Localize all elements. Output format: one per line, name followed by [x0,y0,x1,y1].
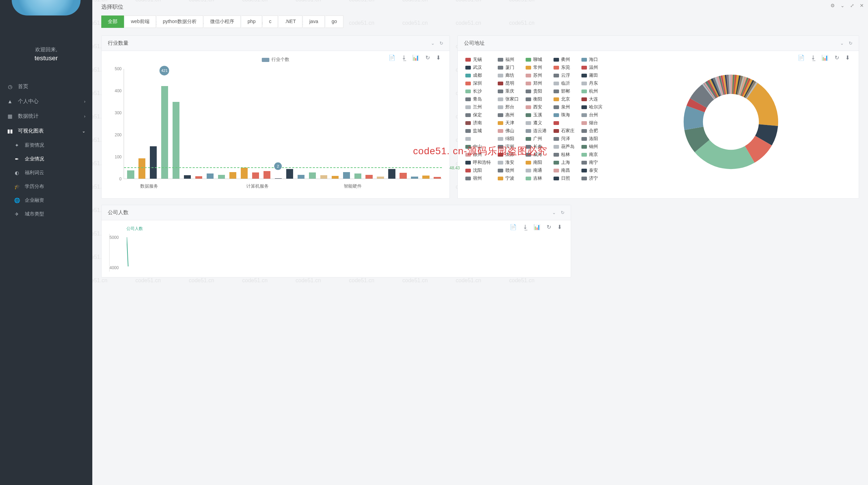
bar[interactable] [365,175,372,179]
bar[interactable] [138,158,145,179]
legend-item-济宁[interactable]: 济宁 [581,175,602,181]
legend-item-哈尔滨[interactable]: 哈尔滨 [581,104,602,110]
legend-item-丹东[interactable]: 丹东 [581,80,602,86]
legend-item-临沂[interactable]: 临沂 [554,80,575,86]
bar[interactable] [275,178,282,179]
legend-item-桂林[interactable]: 桂林 [554,151,575,158]
legend-item-南阳[interactable]: 南阳 [526,159,547,166]
bar-toggle-icon[interactable]: 📊 [534,224,540,230]
legend-item-苏州[interactable]: 苏州 [526,72,547,78]
legend-item-南京[interactable]: 南京 [581,151,602,158]
bar[interactable] [298,175,304,179]
bar[interactable] [195,176,202,179]
bar[interactable] [320,175,327,179]
nav-item-数据统计[interactable]: ▦数据统计› [0,109,92,124]
bar[interactable] [354,173,361,179]
legend-item-温州[interactable]: 温州 [581,64,602,71]
legend-item-泉州[interactable]: 泉州 [554,104,575,110]
bar[interactable] [252,172,259,179]
bar[interactable] [229,172,236,179]
legend-item-葫芦岛[interactable]: 葫芦岛 [554,144,575,150]
legend-item-呼和浩特[interactable]: 呼和浩特 [465,159,491,166]
download-icon[interactable]: ⬇ [436,54,441,61]
legend-item-大连[interactable]: 大连 [581,96,602,102]
legend-item-衡阳[interactable]: 衡阳 [526,96,547,102]
download-icon[interactable]: ⬇ [845,54,850,61]
sub-item-福利词云[interactable]: ◐福利词云 [0,166,92,180]
legend-item-聊城[interactable]: 聊城 [526,56,547,63]
legend-item-常州[interactable]: 常州 [526,64,547,71]
collapse-icon[interactable]: ⌄ [552,210,556,215]
legend-item-惠州[interactable]: 惠州 [498,112,519,118]
sub-item-企业融资[interactable]: 🌐企业融资 [0,193,92,207]
legend-item-遵义[interactable]: 遵义 [526,120,547,126]
legend-item-天津[interactable]: 天津 [498,120,519,126]
nav-item-首页[interactable]: ◷首页 [0,79,92,94]
legend-item-菏泽[interactable]: 菏泽 [554,136,575,142]
legend-item-上海[interactable]: 上海 [554,159,575,166]
refresh-icon[interactable]: ↻ [561,210,565,215]
collapse-icon[interactable]: ⌄ [840,41,844,46]
data-view-icon[interactable]: 📄 [510,224,517,230]
legend-item-郑州[interactable]: 郑州 [526,80,547,86]
job-tab-php[interactable]: php [241,15,262,28]
legend-item-武汉[interactable]: 武汉 [465,64,491,71]
sub-item-薪资情况[interactable]: ✦薪资情况 [0,138,92,152]
legend-item-莆田[interactable]: 莆田 [581,72,602,78]
legend-item-邯郸[interactable]: 邯郸 [554,88,575,94]
restore-icon[interactable]: ↻ [835,54,839,61]
legend-item-海口[interactable]: 海口 [581,56,602,63]
legend-item-深圳[interactable]: 深圳 [465,80,491,86]
legend-item-昆明[interactable]: 昆明 [498,80,519,86]
legend-item-无锡[interactable]: 无锡 [465,56,491,63]
sub-item-学历分布[interactable]: 🎓学历分布 [0,180,92,193]
legend-item-吉林[interactable]: 吉林 [526,175,547,181]
bar[interactable] [434,177,441,179]
legend-item-东莞[interactable]: 东莞 [554,64,575,71]
legend-item-绵阳[interactable]: 绵阳 [498,136,519,142]
legend-item-厦门[interactable]: 厦门 [498,64,519,71]
bar[interactable] [411,177,418,179]
legend-item-连云港[interactable]: 连云港 [526,128,547,134]
legend-item-长沙[interactable]: 长沙 [465,88,491,94]
legend-item-洛阳[interactable]: 洛阳 [581,136,602,142]
legend-item-台州[interactable]: 台州 [581,112,602,118]
gear-icon[interactable]: ⚙ [830,3,835,8]
legend-item-玉溪[interactable]: 玉溪 [526,112,547,118]
restore-icon[interactable]: ↻ [425,54,430,61]
legend-item-盐城[interactable]: 盐城 [465,128,491,134]
save-image-icon[interactable]: ↓̲ [402,54,406,61]
fullscreen-icon[interactable]: ⤢ [850,3,854,8]
legend-item-重庆[interactable]: 重庆 [498,88,519,94]
collapse-icon[interactable]: ⌄ [431,41,435,46]
bar[interactable] [241,168,248,179]
bar-toggle-icon[interactable]: 📊 [822,54,828,61]
legend-item-南昌[interactable]: 南昌 [554,167,575,173]
chevron-down-icon[interactable]: ⌄ [840,3,845,8]
refresh-icon[interactable]: ↻ [849,41,852,46]
job-tab-web前端[interactable]: web前端 [125,15,156,28]
legend-item-南通[interactable]: 南通 [526,167,547,173]
legend-item-沈阳[interactable]: 沈阳 [465,167,491,173]
legend-item-赣州[interactable]: 赣州 [498,167,519,173]
job-tab-python数据分析[interactable]: python数据分析 [157,15,203,28]
legend-item-珠海[interactable]: 珠海 [554,112,575,118]
bar[interactable] [161,86,168,179]
legend-item-日照[interactable]: 日照 [554,175,575,181]
legend-item-佛山[interactable]: 佛山 [498,128,519,134]
nav-item-可视化图表[interactable]: ▮▮可视化图表⌄ [0,124,92,138]
job-tab-.NET[interactable]: .NET [279,15,302,28]
bar[interactable] [218,175,225,179]
legend-item-衢州[interactable]: 衢州 [554,56,575,63]
legend-item-云浮[interactable]: 云浮 [554,72,575,78]
legend-item-保定[interactable]: 保定 [465,112,491,118]
legend-item-石家庄[interactable]: 石家庄 [554,128,575,134]
bar[interactable] [377,177,384,179]
legend-item-淮安[interactable]: 淮安 [498,159,519,166]
legend-item-北京[interactable]: 北京 [554,96,575,102]
sub-item-城市类型[interactable]: ✈城市类型 [0,207,92,221]
legend-item-兰州[interactable]: 兰州 [465,104,491,110]
bar[interactable] [343,172,350,179]
legend-item-烟台[interactable]: 烟台 [581,120,602,126]
legend-item-泰安[interactable]: 泰安 [581,167,602,173]
